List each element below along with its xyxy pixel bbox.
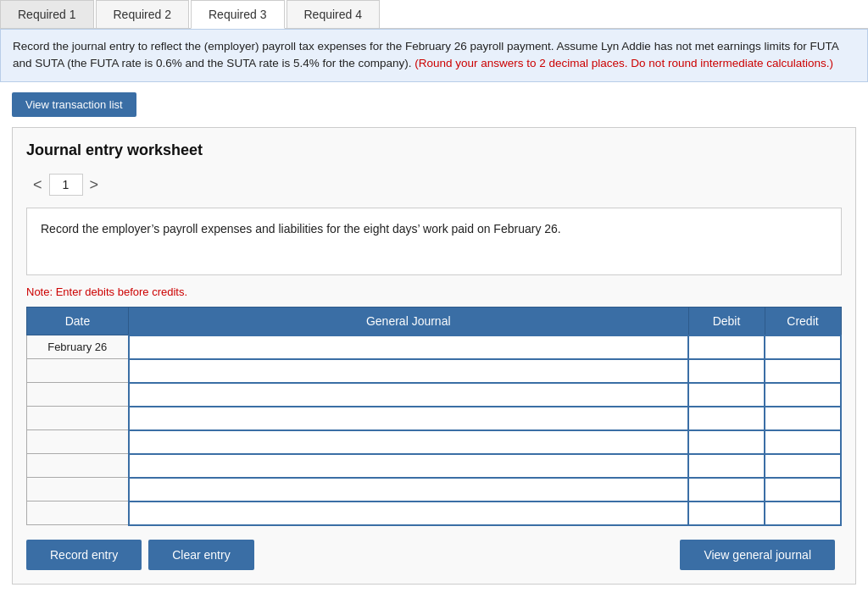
debit-cell-8[interactable] <box>688 501 765 525</box>
journal-cell-6[interactable] <box>129 454 689 478</box>
journal-input-4[interactable] <box>130 407 688 429</box>
credit-cell-1[interactable] <box>765 335 841 359</box>
debit-input-6[interactable] <box>689 455 764 477</box>
journal-input-2[interactable] <box>130 360 688 382</box>
journal-cell-7[interactable] <box>129 478 689 501</box>
credit-input-5[interactable] <box>765 431 840 453</box>
col-header-credit: Credit <box>765 307 841 335</box>
credit-input-7[interactable] <box>765 479 840 501</box>
debit-input-4[interactable] <box>689 407 764 429</box>
table-row: February 26 <box>27 335 842 359</box>
credit-input-2[interactable] <box>765 360 840 382</box>
date-cell-2 <box>27 359 129 383</box>
credit-input-3[interactable] <box>765 384 840 406</box>
table-row <box>27 501 842 525</box>
journal-cell-1[interactable] <box>129 335 689 359</box>
debit-input-3[interactable] <box>689 384 764 406</box>
date-cell-7 <box>27 478 129 501</box>
credit-cell-7[interactable] <box>765 478 841 501</box>
journal-input-6[interactable] <box>130 455 688 477</box>
credit-input-8[interactable] <box>765 502 840 524</box>
debit-cell-4[interactable] <box>688 407 765 430</box>
journal-cell-8[interactable] <box>129 501 689 525</box>
credit-cell-5[interactable] <box>765 430 841 454</box>
next-page-button[interactable]: > <box>83 173 106 197</box>
credit-cell-4[interactable] <box>765 407 841 430</box>
debit-cell-3[interactable] <box>688 383 765 407</box>
journal-input-3[interactable] <box>130 384 688 406</box>
credit-input-6[interactable] <box>765 455 840 477</box>
instructions-highlight: (Round your answers to 2 decimal places.… <box>415 57 833 69</box>
instructions-box: Record the journal entry to reflect the … <box>0 29 868 82</box>
date-cell-4 <box>27 407 129 430</box>
tab-required-3[interactable]: Required 3 <box>191 0 285 29</box>
journal-input-5[interactable] <box>130 431 688 453</box>
debit-input-7[interactable] <box>689 479 764 501</box>
credit-cell-6[interactable] <box>765 454 841 478</box>
credit-cell-3[interactable] <box>765 383 841 407</box>
current-page-indicator: 1 <box>49 174 83 196</box>
journal-cell-4[interactable] <box>129 407 689 430</box>
credit-cell-2[interactable] <box>765 359 841 383</box>
col-header-general-journal: General Journal <box>129 307 689 335</box>
view-transaction-button[interactable]: View transaction list <box>12 92 136 117</box>
journal-cell-2[interactable] <box>129 359 689 383</box>
note-text: Note: Enter debits before credits. <box>26 285 842 298</box>
journal-input-1[interactable] <box>130 336 688 358</box>
table-row <box>27 383 842 407</box>
table-row <box>27 454 842 478</box>
record-entry-button[interactable]: Record entry <box>26 540 142 570</box>
entry-description: Record the employer’s payroll expenses a… <box>26 208 842 275</box>
debit-input-5[interactable] <box>689 431 764 453</box>
debit-cell-7[interactable] <box>688 478 765 501</box>
date-cell-5 <box>27 430 129 454</box>
bottom-buttons: Record entry Clear entry View general jo… <box>26 540 842 570</box>
col-header-debit: Debit <box>688 307 765 335</box>
credit-cell-8[interactable] <box>765 501 841 525</box>
credit-input-1[interactable] <box>765 336 840 358</box>
debit-input-8[interactable] <box>689 502 764 524</box>
debit-input-2[interactable] <box>689 360 764 382</box>
prev-page-button[interactable]: < <box>26 173 49 197</box>
table-row <box>27 407 842 430</box>
date-cell-6 <box>27 454 129 478</box>
worksheet-title: Journal entry worksheet <box>26 141 842 159</box>
journal-cell-5[interactable] <box>129 430 689 454</box>
journal-input-7[interactable] <box>130 479 688 501</box>
debit-input-1[interactable] <box>689 336 764 358</box>
page-navigation: < 1 > <box>26 173 842 197</box>
worksheet-container: Journal entry worksheet < 1 > Record the… <box>12 127 856 585</box>
table-row <box>27 430 842 454</box>
debit-cell-2[interactable] <box>688 359 765 383</box>
table-row <box>27 359 842 383</box>
clear-entry-button[interactable]: Clear entry <box>148 540 253 570</box>
date-cell-1: February 26 <box>27 335 129 359</box>
tab-required-1[interactable]: Required 1 <box>0 0 94 28</box>
tabs-container: Required 1 Required 2 Required 3 Require… <box>0 0 868 29</box>
credit-input-4[interactable] <box>765 407 840 429</box>
view-general-journal-button[interactable]: View general journal <box>680 540 835 570</box>
journal-table: Date General Journal Debit Credit Februa… <box>26 307 842 526</box>
journal-cell-3[interactable] <box>129 383 689 407</box>
journal-input-8[interactable] <box>130 502 688 524</box>
date-cell-3 <box>27 383 129 407</box>
debit-cell-1[interactable] <box>688 335 765 359</box>
debit-cell-5[interactable] <box>688 430 765 454</box>
tab-required-2[interactable]: Required 2 <box>96 0 190 28</box>
table-row <box>27 478 842 501</box>
date-cell-8 <box>27 501 129 525</box>
debit-cell-6[interactable] <box>688 454 765 478</box>
tab-required-4[interactable]: Required 4 <box>287 0 381 28</box>
col-header-date: Date <box>27 307 129 335</box>
